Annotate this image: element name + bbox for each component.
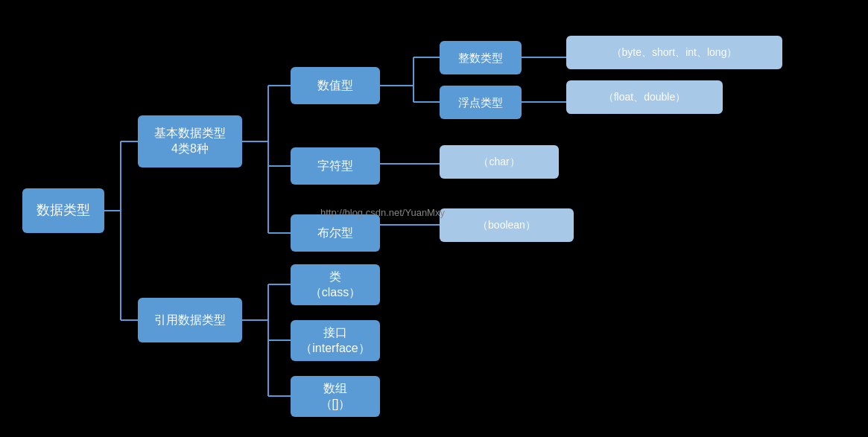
array-node: 数组 （[]） (291, 376, 380, 417)
basic-label: 基本数据类型 4类8种 (154, 126, 226, 157)
float-desc-node: （float、double） (566, 80, 723, 114)
float-label: 浮点类型 (458, 95, 503, 110)
char-desc-label: （char） (478, 155, 519, 168)
root-label: 数据类型 (37, 202, 90, 219)
class-node: 类 （class） (291, 264, 380, 305)
numeric-label: 数值型 (317, 78, 353, 94)
boolean-desc-node: （boolean） (440, 208, 574, 242)
float-desc-label: （float、double） (604, 90, 686, 103)
float-node: 浮点类型 (440, 86, 522, 119)
char-label: 字符型 (317, 159, 353, 174)
boolean-desc-label: （boolean） (478, 218, 536, 232)
integer-label: 整数类型 (458, 51, 503, 66)
reference-label: 引用数据类型 (154, 313, 226, 328)
integer-desc-node: （byte、short、int、long） (566, 36, 782, 69)
interface-label: 接口 （interface） (300, 325, 370, 357)
char-node: 字符型 (291, 147, 380, 185)
class-label: 类 （class） (310, 269, 361, 301)
integer-desc-label: （byte、short、int、long） (612, 45, 738, 59)
basic-node: 基本数据类型 4类8种 (138, 115, 242, 168)
diagram: 数据类型 基本数据类型 4类8种 引用数据类型 数值型 字符型 布尔型 类 （c… (0, 0, 868, 437)
interface-node: 接口 （interface） (291, 320, 380, 361)
array-label: 数组 （[]） (320, 381, 351, 412)
char-desc-node: （char） (440, 145, 559, 179)
integer-node: 整数类型 (440, 41, 522, 74)
root-node: 数据类型 (22, 188, 104, 233)
boolean-node: 布尔型 (291, 214, 380, 252)
numeric-node: 数值型 (291, 67, 380, 104)
boolean-label: 布尔型 (317, 226, 353, 241)
reference-node: 引用数据类型 (138, 298, 242, 342)
